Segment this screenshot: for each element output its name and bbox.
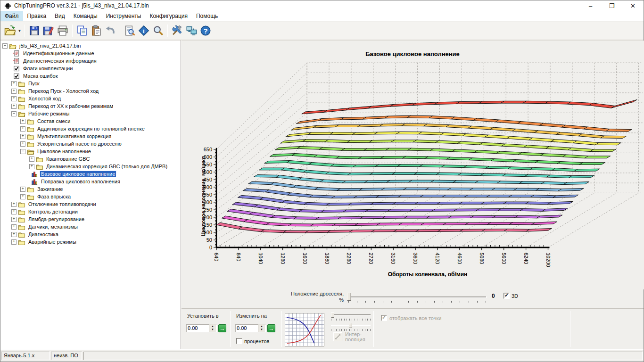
tree-toggle-minus-icon[interactable]: − — [20, 149, 25, 154]
tree-item[interactable]: −j5ls_l43_niva_21.04.17.bin — [0, 42, 181, 49]
tree-item-label[interactable]: Цикловое наполнение — [36, 148, 92, 154]
tree-item-label[interactable]: Переход Пуск - Холостой ход — [27, 88, 99, 94]
tree-item-label[interactable]: Пуск — [27, 81, 41, 86]
minimize-button[interactable]: – — [580, 0, 601, 11]
tree-item[interactable]: −Рабочие режимы — [0, 110, 181, 117]
tree-toggle-plus-icon[interactable]: + — [29, 156, 34, 162]
tree-toggle-plus-icon[interactable]: + — [11, 239, 17, 245]
tree-toggle-plus-icon[interactable]: + — [20, 141, 25, 147]
tree-item-label[interactable]: Мультипликативная коррекция — [36, 133, 112, 139]
tree-item[interactable]: +Зажигание — [0, 185, 181, 193]
tree-item[interactable]: +Холостой ход — [0, 95, 181, 102]
percent-checkbox[interactable] — [236, 338, 242, 344]
paste-button[interactable] — [89, 24, 103, 38]
mini-slider-1[interactable] — [331, 313, 371, 322]
tree-toggle-plus-icon[interactable]: + — [11, 104, 17, 109]
tree-item[interactable]: +Диагностика — [0, 230, 181, 238]
tools-button[interactable] — [170, 24, 184, 38]
tree-item[interactable]: +Переход от ХХ к рабочим режимам — [0, 102, 181, 110]
tree-item-label[interactable]: Аварийные режимы — [27, 239, 77, 245]
tree-item[interactable]: Идентификационные данные — [0, 49, 181, 57]
tree-item-label[interactable]: Холостой ход — [27, 96, 62, 101]
tree-toggle-plus-icon[interactable]: + — [11, 209, 17, 214]
close-button[interactable]: ✕ — [622, 0, 644, 11]
undo-button[interactable] — [103, 24, 117, 38]
print-button[interactable] — [56, 24, 70, 38]
tree-toggle-plus-icon[interactable]: + — [11, 89, 17, 94]
apply-set-to-button[interactable]: → — [218, 324, 226, 332]
tree-item-label[interactable]: Маска ошибок — [22, 73, 58, 79]
open-file-button[interactable] — [3, 24, 17, 38]
tree-item-label[interactable]: Базовое цикловое наполнение — [40, 171, 116, 177]
3d-checkbox[interactable]: ✓ — [504, 293, 510, 299]
open-file-dropdown-icon[interactable]: ▼ — [17, 24, 22, 38]
tree-item-label[interactable]: j5ls_l43_niva_21.04.17.bin — [18, 43, 82, 49]
tree-toggle-minus-icon[interactable]: − — [2, 43, 8, 49]
tree-item[interactable]: +Аддитивная коррекция по топливной пленк… — [0, 125, 181, 132]
tree-toggle-plus-icon[interactable]: + — [20, 126, 25, 132]
tree-toggle-plus-icon[interactable]: + — [20, 134, 25, 139]
tree-toggle-plus-icon[interactable]: + — [11, 224, 17, 230]
tree-item-label[interactable]: Отключение топливоподачи — [27, 201, 97, 207]
tree-item[interactable]: Маска ошибок — [0, 72, 181, 80]
tree-item-label[interactable]: Датчики, механизмы — [27, 224, 79, 230]
tree-item[interactable]: Диагностическая информация — [0, 57, 181, 65]
menu-Конфигурация[interactable]: Конфигурация — [145, 11, 192, 21]
tree-item[interactable]: +Переход Пуск - Холостой ход — [0, 87, 181, 95]
menu-Инструменты[interactable]: Инструменты — [102, 11, 146, 21]
tree-toggle-minus-icon[interactable]: − — [11, 111, 17, 116]
surface-chart[interactable]: 0501001502002503003504004505005506006506… — [182, 41, 644, 289]
tree-item-label[interactable]: Идентификационные данные — [22, 50, 95, 56]
spinner-arrows-icon[interactable]: ▲▼ — [209, 324, 216, 332]
tree-item[interactable]: +Аварийные режимы — [0, 238, 181, 246]
maximize-button[interactable]: ❐ — [601, 0, 622, 11]
tree-item[interactable]: +Фаза впрыска — [0, 193, 181, 200]
tree-item-label[interactable]: Ускорительный насос по дросселю — [36, 141, 123, 147]
tree-toggle-plus-icon[interactable]: + — [11, 81, 17, 86]
info-button[interactable]: i — [137, 24, 151, 38]
tree-item-label[interactable]: Диагностическая информация — [22, 58, 98, 64]
apply-change-by-button[interactable]: → — [267, 324, 275, 332]
tree-toggle-plus-icon[interactable]: + — [11, 96, 17, 101]
tree-item-label[interactable]: Переход от ХХ к рабочим режимам — [27, 103, 114, 109]
tree-item-label[interactable]: Флаги комплектации — [22, 66, 74, 71]
curve-preview-thumbnail[interactable] — [285, 313, 324, 346]
tree-item-label[interactable]: Аддитивная коррекция по топливной пленке — [36, 126, 146, 132]
search-button[interactable] — [151, 24, 165, 38]
interpolation-button[interactable] — [333, 332, 342, 341]
tree-item-label[interactable]: Поправка циклового наполнения — [40, 179, 121, 184]
tree-toggle-plus-icon[interactable]: + — [29, 164, 34, 169]
tree-item-label[interactable]: Контроль детонации — [27, 209, 79, 214]
tree-item-label[interactable]: Лямбда-регулирование — [27, 216, 85, 222]
mini-slider-2[interactable] — [331, 323, 371, 332]
tree-item-label[interactable]: Рабочие режимы — [27, 111, 70, 116]
set-to-input[interactable] — [186, 324, 209, 332]
menu-Помощь[interactable]: Помощь — [192, 11, 222, 21]
help-button[interactable]: ? — [198, 24, 213, 38]
tree-item[interactable]: +Датчики, механизмы — [0, 223, 181, 230]
tree-item[interactable]: +Состав смеси — [0, 117, 181, 125]
tree-item[interactable]: Базовое цикловое наполнение — [0, 170, 181, 178]
report-button[interactable] — [123, 24, 137, 38]
tree-item-label[interactable]: Динамическая коррекция GBC (только для Д… — [45, 164, 168, 169]
tree-item[interactable]: +Лямбда-регулирование — [0, 215, 181, 223]
tree-item[interactable]: +Ускорительный насос по дросселю — [0, 140, 181, 148]
tree-toggle-plus-icon[interactable]: + — [20, 187, 25, 192]
tree-item[interactable]: +Мультипликативная коррекция — [0, 132, 181, 140]
menu-Правка[interactable]: Правка — [23, 11, 51, 21]
tree-item-label[interactable]: Диагностика — [27, 231, 59, 237]
menu-Файл[interactable]: Файл — [0, 11, 23, 21]
tree-toggle-plus-icon[interactable]: + — [11, 217, 17, 222]
tree-item[interactable]: +Квантование GBC — [0, 155, 181, 163]
tree-item-label[interactable]: Квантование GBC — [45, 156, 91, 162]
change-by-input[interactable] — [235, 324, 258, 332]
throttle-slider-track[interactable] — [348, 296, 487, 298]
tree-item-label[interactable]: Фаза впрыска — [36, 194, 72, 199]
tree-toggle-plus-icon[interactable]: + — [20, 119, 25, 124]
tree-item[interactable]: Поправка циклового наполнения — [0, 178, 181, 185]
save-button[interactable] — [27, 24, 41, 38]
copy-button[interactable] — [75, 24, 89, 38]
menu-Команды[interactable]: Команды — [69, 11, 102, 21]
tree-item[interactable]: +Отключение топливоподачи — [0, 200, 181, 208]
network-button[interactable] — [184, 24, 198, 38]
